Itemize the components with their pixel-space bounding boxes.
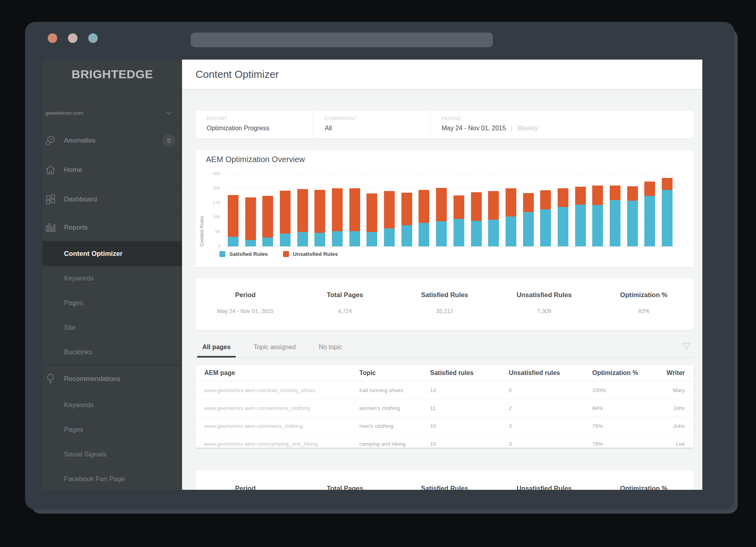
tabs-list: All pagesTopic assignedNo topic: [197, 344, 360, 350]
bar-week-18: [523, 193, 534, 246]
filter-label: PERIOD: [442, 116, 694, 121]
pages-table-card: AEM pageTopicSatisfied rulesUnsatisfied …: [196, 365, 694, 448]
sidebar-item-keywords[interactable]: Keywords: [43, 266, 182, 291]
sidebar-item-anomalies[interactable]: Anomalies0: [43, 126, 182, 155]
page-url[interactable]: www.geometrixx.aem.com/mens_clothing: [204, 423, 359, 429]
bottom-summary-satisfied-rules: Satisfied Rules: [395, 470, 494, 490]
page-title: Content Optimizer: [182, 60, 702, 89]
sidebar-item-label: Facebook Fan Page: [43, 475, 125, 483]
column-header-topic: Topic: [359, 369, 430, 377]
filter-period[interactable]: PERIODMay 24 - Nov 01, 2015|Weekly: [430, 111, 694, 139]
recommendations-icon: [44, 373, 57, 385]
close-button[interactable]: [48, 33, 57, 43]
unsatisfied-segment: [262, 196, 273, 238]
filter-report[interactable]: REPORTOptimization Progress: [196, 111, 313, 139]
bottom-summary-label: Satisfied Rules: [395, 485, 494, 490]
main-area: Content Optimizer REPORTOptimization Pro…: [182, 60, 702, 490]
sidebar-item-label: Pages: [43, 426, 83, 434]
legend-label: Satisfied Rules: [229, 251, 268, 257]
satisfied-segment: [245, 240, 256, 246]
satisfied-segment: [314, 233, 325, 246]
address-bar[interactable]: [191, 33, 493, 47]
legend-swatch: [219, 251, 225, 257]
legend-unsatisfied-rules[interactable]: Unsatisfied Rules: [283, 251, 338, 257]
filter-value: Optimization Progress: [207, 125, 313, 132]
bottom-summary-label: Period: [196, 485, 295, 490]
table-row[interactable]: www.geometrixx.aem.com/womens_clothingwo…: [196, 399, 694, 417]
unsatisfied-segment: [454, 195, 464, 219]
satisfied-segment: [540, 209, 551, 246]
app-frame: BRIGHTEDGE geometrixx.com Anomalies0Home…: [43, 60, 702, 490]
page-url[interactable]: www.geometrixx.aem.com/womens_clothing: [204, 405, 359, 411]
sidebar-item-social-signals[interactable]: Social Signals: [43, 442, 182, 467]
bottom-summary-optimization: Optimization %: [594, 470, 694, 490]
minimize-button[interactable]: [68, 33, 78, 43]
summary-optimization: Optimization %82%: [594, 278, 694, 330]
summary-label: Unsatisfied Rules: [494, 291, 594, 299]
table-row[interactable]: www.geometrixx.aem.com/mens_clothingmen'…: [196, 417, 694, 435]
zoom-button[interactable]: [88, 33, 98, 43]
table-cell: camping and hiking: [359, 441, 430, 447]
summary-value: May 24 - Nov 01, 2015: [196, 308, 295, 314]
summary-label: Period: [196, 291, 295, 299]
sidebar-item-pages[interactable]: Pages: [43, 291, 182, 315]
chart-legend: Satisfied RulesUnsatisfied Rules: [219, 251, 338, 257]
tab-all-pages[interactable]: All pages: [197, 340, 236, 358]
sidebar-item-recommendations[interactable]: Recommendations: [43, 365, 182, 393]
tab-no-topic[interactable]: No topic: [314, 340, 347, 358]
unsatisfied-segment: [436, 188, 447, 221]
unsatisfied-segment: [575, 187, 586, 205]
page-header: Content Optimizer: [182, 60, 702, 89]
table-cell: women's clothing: [359, 405, 430, 411]
table-cell: trail running shoes: [359, 387, 430, 393]
gridline: [225, 174, 676, 174]
filter-value-text: May 24 - Nov 01, 2015: [442, 125, 506, 131]
bar-week-8: [349, 188, 360, 246]
domain-label: geometrixx.com: [45, 110, 83, 116]
y-axis-tick: 9K: [202, 229, 221, 234]
sidebar-item-facebook-fan-page[interactable]: Facebook Fan Page: [43, 467, 182, 490]
satisfied-segment: [297, 232, 308, 246]
page-url[interactable]: www.geometrixx.aem.com/camping_and_hikin…: [204, 441, 359, 447]
unsatisfied-segment: [610, 186, 620, 200]
summary-period: PeriodMay 24 - Nov 01, 2015: [196, 278, 295, 330]
bar-week-7: [332, 188, 343, 246]
tab-topic-assigned[interactable]: Topic assigned: [248, 340, 301, 358]
y-axis-tick: 36K: [202, 186, 221, 190]
bar-week-15: [471, 192, 482, 246]
sidebar-item-content-optimizer[interactable]: Content Optimizer: [43, 241, 182, 266]
table-body: www.geometrixx.aem.com/trail_running_sho…: [196, 381, 694, 448]
summary-value: 7,309: [494, 308, 594, 314]
sidebar-item-site[interactable]: Site: [43, 315, 182, 340]
table-row[interactable]: www.geometrixx.aem.com/trail_running_sho…: [196, 381, 694, 399]
table-cell: 10: [430, 441, 509, 447]
sidebar-item-dashboard[interactable]: Dashboard: [43, 184, 182, 214]
table-row[interactable]: www.geometrixx.aem.com/camping_and_hikin…: [196, 435, 694, 448]
table-cell: John: [657, 423, 685, 429]
sidebar-item-pages-2[interactable]: Pages: [43, 417, 182, 442]
filter-component[interactable]: COMPONENTAll: [313, 111, 430, 139]
summary-value: 4,724: [295, 308, 395, 314]
table-cell: men's clothing: [359, 423, 430, 429]
legend-satisfied-rules[interactable]: Satisfied Rules: [219, 251, 268, 257]
bottom-summary-label: Total Pages: [295, 485, 395, 490]
sidebar-item-keywords-2[interactable]: Keywords: [43, 393, 182, 417]
sidebar-item-backlinks[interactable]: Backlinks: [43, 340, 182, 365]
gridline: [225, 232, 676, 232]
bar-week-2: [245, 197, 256, 246]
domain-selector[interactable]: geometrixx.com: [43, 105, 182, 121]
sidebar-item-home[interactable]: Home: [43, 155, 182, 184]
summary-label: Optimization %: [594, 291, 694, 299]
filter-secondary-toggle[interactable]: Weekly: [517, 125, 538, 131]
column-header-optimization: Optimization %: [592, 369, 657, 377]
unsatisfied-segment: [558, 188, 568, 207]
unsatisfied-segment: [592, 186, 603, 205]
filter-funnel-icon[interactable]: [682, 343, 690, 351]
bar-week-20: [558, 188, 568, 246]
sidebar-item-reports[interactable]: Reports: [43, 214, 182, 241]
y-axis-tick: 18K: [202, 215, 221, 219]
y-axis-tick: 45K: [202, 171, 221, 176]
reports-icon: [44, 222, 57, 233]
satisfied-segment: [401, 225, 412, 246]
page-url[interactable]: www.geometrixx.aem.com/trail_running_sho…: [204, 387, 359, 393]
